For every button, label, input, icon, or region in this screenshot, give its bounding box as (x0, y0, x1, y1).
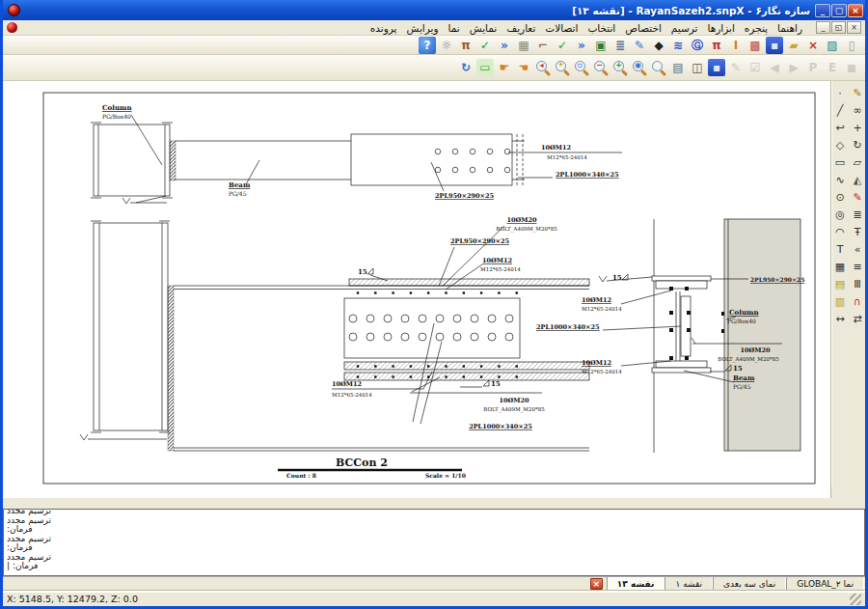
sheet-copy-icon[interactable]: ▤ (832, 277, 848, 291)
zoom-dynamic-icon[interactable]: • (554, 59, 571, 76)
bench-update-icon[interactable]: » (496, 37, 513, 54)
menu-item-6[interactable]: انتخاب (583, 21, 620, 35)
save-icon[interactable]: ▪ (766, 37, 783, 54)
elevation-view-icon[interactable]: E (824, 59, 841, 76)
menu-item-0[interactable]: پرونده (366, 21, 402, 35)
print-icon[interactable]: ◫ (689, 59, 706, 76)
spiral-icon[interactable]: ∩ (850, 294, 865, 309)
print-preview-icon[interactable]: ▤ (669, 59, 687, 76)
mdi-minimize-button[interactable]: _ (816, 21, 830, 34)
circle-icon[interactable]: ⊙ (832, 190, 848, 205)
open-folder-icon[interactable]: ▰ (785, 37, 802, 54)
menu-item-10[interactable]: پنجره (740, 21, 773, 35)
save-icon-2[interactable]: ▪ (708, 59, 725, 76)
point-icon[interactable]: · (832, 86, 848, 100)
command-prompt-line[interactable]: فرمان: | (7, 562, 861, 571)
menu-item-5[interactable]: اتصالات (540, 21, 583, 35)
copy-icon[interactable]: ▱ (850, 155, 865, 170)
close-button[interactable]: × (848, 4, 863, 17)
view-tab-0[interactable]: نما GLOBAL_۲ (786, 577, 864, 591)
spline-icon[interactable]: ∿ (832, 173, 848, 187)
bench-check-icon[interactable]: ✓ (476, 37, 494, 54)
section-icon[interactable]: ⌐ (534, 37, 552, 54)
view-tab-2[interactable]: نقشه ۱ (665, 577, 713, 591)
new-file-icon[interactable]: ▯ (843, 37, 860, 54)
ellipse-icon[interactable]: ◎ (832, 208, 848, 222)
line-icon[interactable]: ╱ (832, 103, 848, 118)
layers-icon[interactable]: ≣ (850, 208, 865, 222)
menu-item-3[interactable]: نمایش (465, 21, 502, 35)
load-icon[interactable]: ≋ (669, 37, 687, 54)
zoom-extents-icon[interactable]: ◉ (631, 59, 648, 76)
menu-item-8[interactable]: ترسیم (666, 21, 703, 35)
help-icon[interactable]: ? (419, 37, 436, 54)
minimize-button[interactable]: _ (815, 4, 830, 17)
zoom-icon[interactable] (650, 59, 667, 76)
tab-close-button[interactable]: × (590, 578, 603, 590)
dimension-icon[interactable]: ↔ (832, 312, 848, 326)
menu-item-7[interactable]: اختصاص (620, 21, 666, 35)
plan-view-icon[interactable]: P (804, 59, 822, 76)
stretch-icon[interactable]: ⇄ (850, 312, 865, 326)
forward-icon[interactable]: ▶ (785, 59, 802, 76)
bench-icon[interactable]: π (457, 37, 475, 54)
linetype-icon[interactable]: ≡ (850, 260, 865, 274)
resize-grip[interactable] (850, 594, 861, 605)
sheet-paste-icon[interactable]: ▥ (832, 294, 848, 309)
polygon-icon[interactable]: ◇ (832, 138, 848, 152)
grid-icon[interactable]: ▦ (515, 37, 532, 54)
zoom-previous-icon[interactable]: ◂ (534, 59, 552, 76)
menu-item-9[interactable]: ابزارها (703, 21, 740, 35)
mdi-restore-button[interactable]: ◱ (831, 21, 846, 34)
menu-item-1[interactable]: ویرایش (402, 21, 444, 35)
zoom-out-icon[interactable]: − (592, 59, 610, 76)
colored-grid-icon[interactable]: ▩ (746, 37, 764, 54)
arc-icon[interactable]: ◠ (832, 225, 848, 239)
bench-red-icon[interactable]: π (708, 37, 725, 54)
pencil-icon[interactable]: ✎ (850, 86, 865, 100)
command-panel[interactable]: ترسیم مجددترسیم مجددفرمان:ترسیم مجددفرما… (3, 509, 865, 576)
settings-gear-icon[interactable]: ☼ (438, 37, 455, 54)
weight-icon[interactable]: ◆ (650, 37, 667, 54)
assign-section-icon[interactable]: ✎ (631, 37, 648, 54)
grab-hand-icon[interactable]: ☚ (515, 59, 532, 76)
delete-icon[interactable]: × (804, 37, 822, 54)
zoom-window-icon[interactable]: ▫ (573, 59, 590, 76)
menu-item-4[interactable]: تعاریف (502, 21, 540, 35)
nodes-icon[interactable]: ∞ (850, 103, 865, 118)
zoom-in-icon[interactable]: + (611, 59, 629, 76)
section-update-icon[interactable]: » (573, 37, 590, 54)
drawing-canvas[interactable]: Column PG/Box40 Beam PG/45 10ØM12 M12*65… (3, 81, 831, 498)
view-tab-1[interactable]: نمای سه بعدی (713, 577, 786, 591)
section-check-icon[interactable]: ✓ (554, 37, 571, 54)
options-icon[interactable]: ☑ (746, 59, 764, 76)
solid-view-icon[interactable]: ◼ (843, 59, 860, 76)
ibeam-icon[interactable]: I (727, 37, 745, 54)
maximize-button[interactable]: ▢ (831, 4, 847, 17)
hatch-icon[interactable]: ▦ (832, 260, 848, 274)
rotate-icon[interactable]: ↻ (850, 138, 865, 152)
model-check-icon[interactable]: ▣ (592, 37, 610, 54)
pan-hand-icon[interactable]: ☛ (496, 59, 513, 76)
mirror-icon[interactable]: ◭ (850, 173, 865, 187)
columns-icon[interactable]: Ⅲ (850, 277, 865, 291)
text-icon[interactable]: T (832, 242, 848, 257)
menu-item-11[interactable]: راهنما (773, 21, 807, 35)
report-icon[interactable]: ≣ (611, 37, 629, 54)
mdi-close-button[interactable]: × (847, 21, 861, 34)
image-icon[interactable]: ▨ (824, 37, 841, 54)
back-icon[interactable]: ◀ (766, 59, 783, 76)
gravity-icon[interactable]: Ⓖ (689, 37, 706, 54)
erase-icon[interactable]: ✎ (850, 190, 865, 205)
polyline-icon[interactable]: ↩ (832, 121, 848, 135)
section-check-icon-glyph: ✓ (557, 40, 567, 51)
move-icon[interactable]: + (850, 121, 865, 135)
view-tab-3[interactable]: نقشه ۱۳ (607, 577, 665, 591)
rotate-text-icon[interactable]: Ŧ (850, 225, 865, 239)
align-icon[interactable]: « (850, 242, 865, 257)
rectangle-icon[interactable]: ▭ (832, 155, 848, 170)
refresh-icon[interactable]: ↻ (457, 59, 475, 76)
menu-item-2[interactable]: نما (444, 21, 465, 35)
select-window-icon[interactable]: ▭ (476, 59, 494, 76)
properties-icon[interactable]: ✎ (727, 59, 745, 76)
